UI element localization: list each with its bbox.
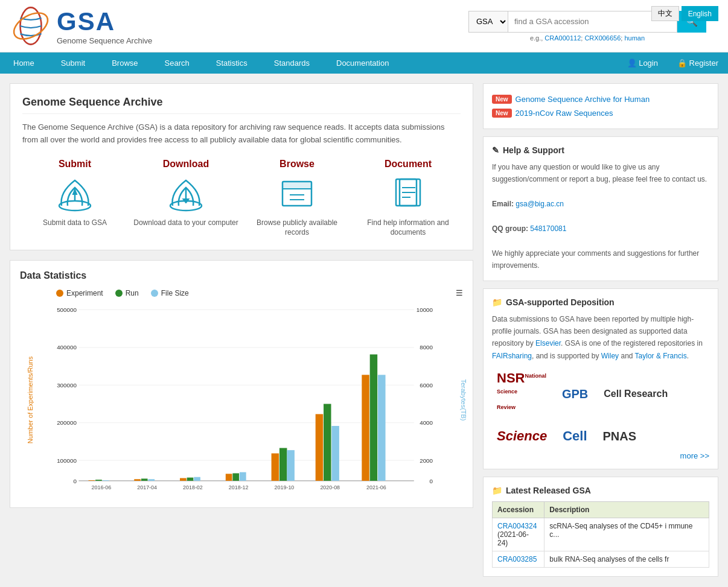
svg-text:2000: 2000 — [420, 457, 433, 464]
science-logo: Science — [492, 426, 552, 446]
help-email-line: Email: gsa@big.ac.cn — [492, 198, 709, 210]
wiley-link[interactable]: Wiley — [601, 352, 619, 360]
legend-run: Run — [115, 288, 139, 297]
latest-acc-link-2[interactable]: CRA003285 — [497, 555, 537, 563]
search-hint: e.g., CRA000112; CRX006656; human — [530, 34, 645, 42]
svg-point-2 — [59, 201, 91, 211]
svg-rect-60 — [370, 355, 377, 481]
svg-text:100000: 100000 — [57, 457, 77, 464]
help-support-title: ✎ Help & Support — [492, 145, 709, 155]
latest-col-desc: Description — [544, 502, 709, 518]
latest-acc-link-1[interactable]: CRA004324 — [497, 522, 537, 530]
nav-statistics[interactable]: Statistics — [203, 52, 261, 74]
main-layout: Genome Sequence Archive The Genome Seque… — [0, 74, 728, 586]
svg-rect-47 — [226, 474, 232, 481]
gsa-section: Genome Sequence Archive The Genome Seque… — [10, 83, 473, 250]
gsa-section-title: Genome Sequence Archive — [22, 96, 461, 114]
latest-released-card: 📁 Latest Released GSA Accession Descript… — [483, 477, 718, 577]
hint-link-cra[interactable]: CRA000112 — [544, 34, 581, 42]
latest-table-body: CRA004324 (2021-06-24) scRNA-Seq analyse… — [493, 518, 709, 568]
new-item-1: New Genome Sequence Archive for Human — [492, 92, 709, 106]
y-axis-right-label: Terabytes(TB) — [459, 379, 467, 421]
help-icon: ✎ — [492, 145, 499, 155]
nav-submit[interactable]: Submit — [48, 52, 98, 74]
table-row: CRA003285 bulk RNA-Seq analyses of the c… — [493, 551, 709, 568]
elsevier-link[interactable]: Elsevier — [535, 339, 561, 347]
svg-rect-40 — [141, 479, 148, 481]
pnas-logo: PNAS — [598, 427, 642, 446]
svg-text:300000: 300000 — [57, 382, 77, 389]
svg-rect-53 — [287, 450, 294, 481]
logo-gsa-text: GSA — [57, 7, 152, 36]
deposition-title: 📁 GSA-supported Deposition — [492, 297, 709, 307]
svg-rect-41 — [148, 479, 155, 481]
legend-experiment: Experiment — [56, 288, 103, 297]
svg-rect-56 — [324, 404, 331, 481]
fairsharing-link[interactable]: FAIRsharing — [492, 352, 532, 360]
email-link[interactable]: gsa@big.ac.cn — [516, 200, 564, 208]
logo-area: GSA Genome Sequence Archive — [10, 5, 152, 47]
latest-table-header: Accession Description — [493, 502, 709, 518]
help-support-desc: If you have any question or would like t… — [492, 161, 709, 186]
qq-number: 548170081 — [530, 224, 566, 233]
svg-text:2016-06: 2016-06 — [92, 484, 112, 490]
svg-point-1 — [10, 8, 52, 45]
svg-rect-49 — [240, 472, 246, 481]
nav-home[interactable]: Home — [0, 52, 48, 74]
lang-zh-button[interactable]: 中文 — [651, 6, 679, 21]
legend-run-label: Run — [126, 289, 139, 297]
svg-text:10000: 10000 — [417, 306, 433, 313]
document-desc: Find help information and documents — [356, 218, 461, 238]
nav-browse[interactable]: Browse — [98, 52, 151, 74]
journal-logos-2: Science Cell PNAS — [492, 426, 709, 446]
svg-text:200000: 200000 — [57, 419, 77, 426]
nav-standards[interactable]: Standards — [261, 52, 323, 74]
action-download[interactable]: Download Download data to your computer — [133, 159, 238, 238]
svg-text:2018-12: 2018-12 — [229, 484, 249, 490]
browse-desc: Browse publicly available records — [244, 218, 350, 238]
deposition-icon: 📁 — [492, 297, 502, 307]
navbar: Home Submit Browse Search Statistics Sta… — [0, 52, 728, 74]
chart-legend: Experiment Run File Size ☰ — [56, 288, 463, 297]
nav-documentation[interactable]: Documentation — [323, 52, 402, 74]
svg-rect-37 — [103, 480, 109, 481]
submit-label: Submit — [59, 159, 91, 170]
nav-search[interactable]: Search — [152, 52, 203, 74]
chart-wrapper: Number of Experiments/Runs Terabytes(TB)… — [20, 302, 463, 498]
legend-filesize-label: File Size — [161, 289, 189, 297]
more-link-area: more >> — [492, 451, 709, 460]
nav-register[interactable]: 🔒 Register — [668, 52, 728, 74]
more-link[interactable]: more >> — [680, 451, 709, 460]
svg-rect-35 — [88, 480, 95, 481]
gsa-description: The Genome Sequence Archive (GSA) is a d… — [22, 121, 461, 147]
svg-rect-44 — [187, 478, 194, 481]
action-submit[interactable]: Submit Submit data to GSA — [22, 159, 127, 238]
cell-research-logo: Cell Research — [599, 386, 672, 402]
svg-text:2020-08: 2020-08 — [320, 484, 340, 490]
logo-text: GSA Genome Sequence Archive — [57, 7, 152, 45]
hint-link-crx[interactable]: CRX006656 — [584, 34, 621, 42]
latest-acc-1: CRA004324 (2021-06-24) — [493, 518, 544, 551]
action-document[interactable]: Document Find help information and docum… — [356, 159, 461, 238]
latest-desc-1: scRNA-Seq analyses of the CD45+ i mmune … — [544, 518, 709, 551]
latest-col-accession: Accession — [493, 502, 544, 518]
svg-rect-52 — [279, 448, 287, 481]
new-link-ncov[interactable]: 2019-nCov Raw Sequences — [516, 109, 613, 118]
nav-login[interactable]: 👤 Login — [618, 52, 668, 74]
new-link-human[interactable]: Genome Sequence Archive for Human — [516, 95, 650, 104]
hint-link-human[interactable]: human — [624, 34, 645, 42]
search-type-select[interactable]: GSA — [468, 11, 508, 33]
legend-filesize-dot — [151, 290, 158, 297]
browse-label: Browse — [279, 159, 315, 170]
cell-logo: Cell — [558, 426, 592, 446]
latest-icon: 📁 — [492, 486, 502, 495]
new-badge-1: New — [492, 95, 512, 104]
chart-menu-icon[interactable]: ☰ — [456, 288, 463, 297]
lang-en-button[interactable]: English — [682, 6, 718, 21]
help-support-card: ✎ Help & Support If you have any questio… — [483, 136, 718, 281]
document-icon — [389, 174, 427, 213]
action-browse[interactable]: Browse Browse publicly available records — [244, 159, 350, 238]
new-items-card: New Genome Sequence Archive for Human Ne… — [483, 83, 718, 129]
taylor-link[interactable]: Taylor & Francis — [635, 352, 687, 360]
table-row: CRA004324 (2021-06-24) scRNA-Seq analyse… — [493, 518, 709, 551]
